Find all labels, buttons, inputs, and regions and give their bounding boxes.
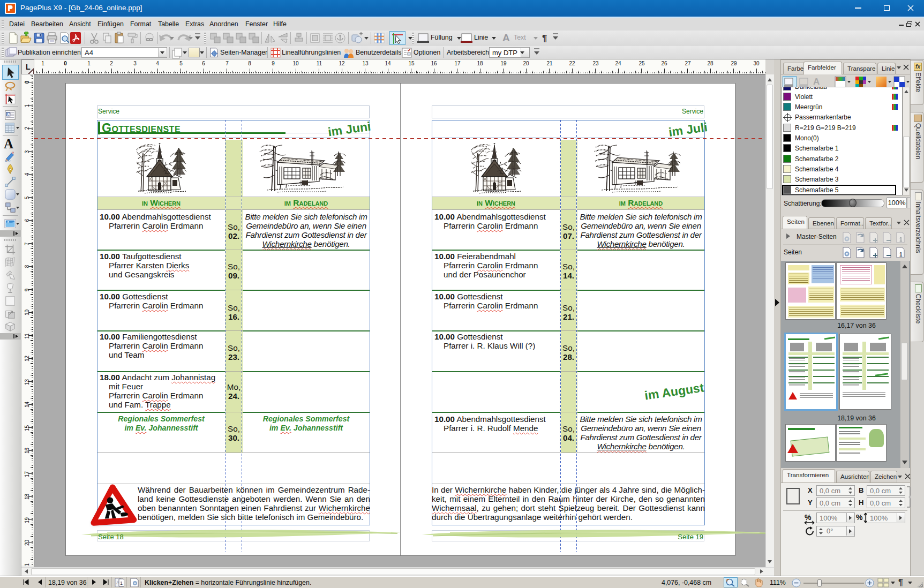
svg-text:1: 1 <box>120 581 123 586</box>
svg-text:A: A <box>7 112 11 117</box>
svg-text:1: 1 <box>899 237 903 243</box>
svg-text:1: 1 <box>899 252 903 258</box>
